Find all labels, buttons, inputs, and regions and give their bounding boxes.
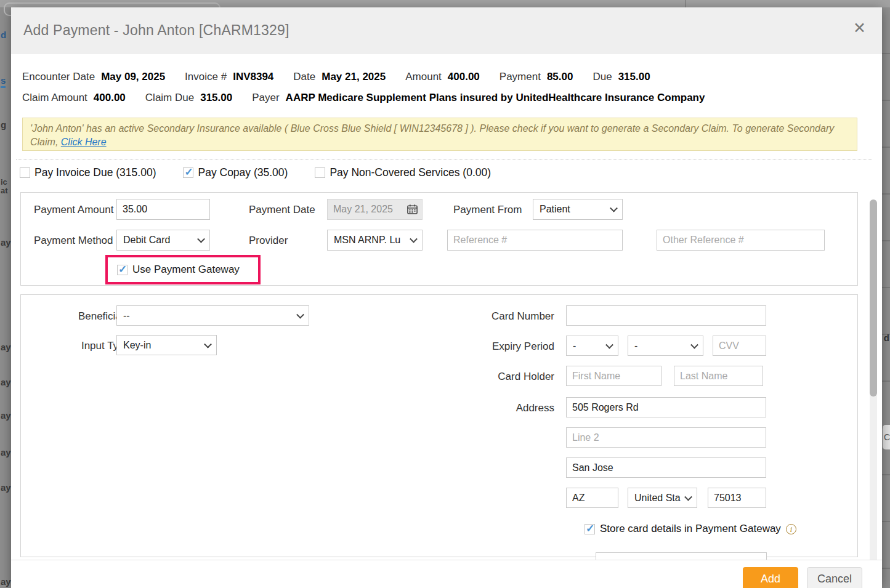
- pay-non-covered-checkbox[interactable]: [315, 167, 325, 178]
- due-label: Due: [593, 71, 612, 83]
- chevron-down-icon: [610, 204, 618, 212]
- chevron-down-icon: [197, 235, 205, 243]
- payment-details-panel: Payment Amount Payment Date May 21, 2025…: [20, 192, 858, 286]
- dialog-title: Add Payment - John Anton [ChARM1329]: [23, 22, 289, 39]
- beneficiary-value: --: [123, 310, 130, 321]
- cvv-input[interactable]: [713, 336, 766, 356]
- background-text-fragment: ay: [1, 447, 11, 457]
- payer-label: Payer: [252, 92, 279, 104]
- provider-select[interactable]: MSN ARNP. Lu: [327, 230, 423, 251]
- info-icon[interactable]: i: [786, 524, 796, 534]
- country-value: United Sta: [634, 493, 681, 504]
- country-select[interactable]: United Sta: [628, 488, 697, 508]
- claim-due-value: 315.00: [200, 92, 232, 104]
- background-text-fragment: d: [884, 332, 889, 343]
- payment-amount-label: Payment Amount: [34, 204, 113, 216]
- expiry-month-select[interactable]: -: [566, 336, 618, 356]
- close-icon[interactable]: ✕: [853, 20, 866, 36]
- pay-invoice-due-checkbox[interactable]: [20, 167, 30, 178]
- background-text-fragment: g: [1, 119, 6, 130]
- payment-from-label: Payment From: [453, 204, 522, 216]
- provider-label: Provider: [249, 235, 288, 247]
- reference-number-input[interactable]: [447, 230, 623, 251]
- payment-method-value: Debit Card: [123, 235, 170, 246]
- background-text-fragment: d: [1, 30, 6, 40]
- address-label: Address: [474, 402, 554, 414]
- claim-due-label: Claim Due: [145, 92, 194, 104]
- background-text-fragment: at: [1, 186, 8, 195]
- expiry-year-select[interactable]: -: [628, 336, 703, 356]
- city-input[interactable]: [566, 457, 766, 478]
- notice-text: 'John Anton' has an active Secondary Ins…: [30, 123, 834, 147]
- dialog-header: Add Payment - John Anton [ChARM1329] ✕: [11, 7, 882, 54]
- chevron-down-icon: [684, 493, 692, 501]
- card-holder-label: Card Holder: [474, 371, 554, 383]
- amount-value: 400.00: [448, 71, 480, 83]
- pay-invoice-due-option[interactable]: Pay Invoice Due (315.00): [20, 166, 156, 179]
- payment-from-select[interactable]: Patient: [533, 199, 623, 220]
- use-payment-gateway-highlight: Use Payment Gateway: [105, 255, 261, 284]
- pay-copay-label: Pay Copay (35.00): [198, 166, 288, 179]
- due-value: 315.00: [618, 71, 650, 83]
- calendar-icon[interactable]: [407, 204, 418, 214]
- payment-amount-input[interactable]: [116, 199, 210, 220]
- pay-options-row: Pay Invoice Due (315.00) Pay Copay (35.0…: [20, 166, 491, 179]
- invoice-summary-row: Encounter DateMay 09, 2025 Invoice #INV8…: [22, 71, 650, 83]
- payment-from-value: Patient: [540, 204, 570, 215]
- dialog-scrollbar-thumb[interactable]: [870, 199, 877, 397]
- payment-date-field: May 21, 2025: [327, 199, 423, 220]
- pay-copay-option[interactable]: Pay Copay (35.00): [183, 166, 288, 179]
- pay-copay-checkbox[interactable]: [183, 167, 193, 178]
- click-here-link[interactable]: Click Here: [61, 137, 107, 147]
- pay-non-covered-label: Pay Non-Covered Services (0.00): [330, 166, 491, 179]
- card-holder-first-name-input[interactable]: [566, 366, 661, 386]
- background-text-fragment: ay: [1, 342, 11, 352]
- input-type-select[interactable]: Key-in: [116, 335, 217, 355]
- use-payment-gateway-checkbox[interactable]: [117, 265, 127, 275]
- beneficiary-select[interactable]: --: [116, 305, 309, 326]
- card-holder-last-name-input[interactable]: [674, 366, 763, 386]
- dotted-divider: [16, 159, 872, 159]
- secondary-insurance-notice: 'John Anton' has an active Secondary Ins…: [22, 118, 857, 151]
- invoice-number-label: Invoice #: [185, 71, 227, 83]
- payment-method-label: Payment Method: [34, 235, 113, 247]
- encounter-date-value: May 09, 2025: [101, 71, 165, 83]
- background-text-fragment: ay: [1, 410, 11, 421]
- address-line1-input[interactable]: [566, 397, 766, 417]
- amount-label: Amount: [405, 71, 442, 83]
- payment-date-label: Payment Date: [249, 204, 315, 216]
- provider-value: MSN ARNP. Lu: [334, 235, 400, 246]
- address-line2-input[interactable]: [566, 427, 766, 448]
- chevron-down-icon: [410, 235, 418, 243]
- input-type-value: Key-in: [123, 340, 151, 351]
- background-page-right-strip: d C: [882, 7, 890, 588]
- add-payment-dialog: Add Payment - John Anton [ChARM1329] ✕ E…: [11, 7, 882, 588]
- background-page-left-strip: d s g ic at ay ay ay ay ay ay ay: [0, 7, 11, 588]
- expiry-month-value: -: [573, 340, 576, 352]
- add-button[interactable]: Add: [743, 567, 798, 588]
- cancel-button[interactable]: Cancel: [807, 567, 862, 588]
- claim-summary-row: Claim Amount400.00 Claim Due315.00 Payer…: [22, 92, 705, 104]
- store-card-option[interactable]: Store card details in Payment Gateway i: [585, 523, 796, 535]
- pay-non-covered-option[interactable]: Pay Non-Covered Services (0.00): [315, 166, 491, 179]
- chevron-down-icon: [605, 340, 613, 348]
- payment-method-select[interactable]: Debit Card: [116, 230, 210, 251]
- payer-value: AARP Medicare Supplement Plans insured b…: [286, 92, 705, 104]
- background-text-fragment: ay: [1, 377, 11, 387]
- invoice-number-value: INV8394: [233, 71, 273, 83]
- chevron-down-icon: [204, 340, 212, 348]
- invoice-date-label: Date: [293, 71, 315, 83]
- store-card-checkbox[interactable]: [585, 524, 595, 534]
- payment-date-value: May 21, 2025: [333, 204, 393, 215]
- state-input[interactable]: [566, 488, 618, 508]
- dialog-footer: Add Cancel: [11, 560, 882, 588]
- background-topbar-divider: [685, 0, 686, 7]
- zip-input[interactable]: [708, 488, 766, 508]
- card-number-input[interactable]: [566, 305, 766, 326]
- background-text-fragment: ay: [1, 237, 11, 248]
- background-text-fragment: ay: [1, 576, 11, 587]
- payment-value: 85.00: [547, 71, 573, 83]
- invoice-date-value: May 21, 2025: [322, 71, 386, 83]
- other-reference-number-input[interactable]: [657, 230, 825, 251]
- claim-amount-label: Claim Amount: [22, 92, 87, 104]
